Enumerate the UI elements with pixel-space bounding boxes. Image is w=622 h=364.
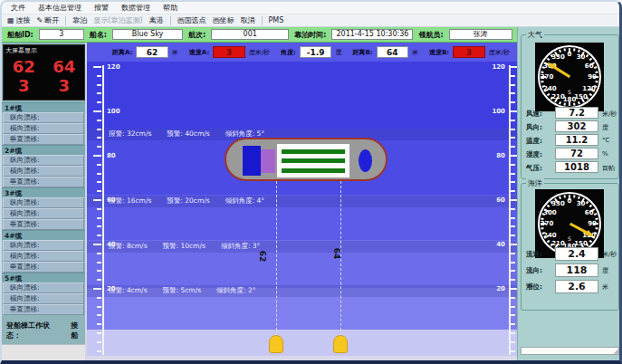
- right-axis: [509, 65, 511, 355]
- axis-tick-label: 20: [483, 285, 505, 292]
- connect-icon: ▦: [7, 17, 14, 24]
- axis-minor-tick: [97, 208, 101, 210]
- env-value: 72: [555, 148, 598, 159]
- info-field[interactable]: 张涛: [449, 29, 512, 40]
- menu-item[interactable]: 文件: [11, 3, 25, 13]
- axis-minor-tick: [97, 137, 101, 139]
- metric-unit: 米: [172, 48, 178, 57]
- tilt-threshold: 倾斜角度: 2°: [216, 286, 255, 295]
- axis-minor-tick: [97, 190, 101, 192]
- gauge-number: 330: [551, 53, 565, 61]
- cable-drift-row: 垂直漂移:: [3, 134, 84, 145]
- gauge-number: 270: [541, 220, 554, 227]
- toolbar-separator: [262, 16, 263, 25]
- cable-drift-row: 纵向漂移:: [3, 283, 84, 293]
- axis-tick-label: 100: [107, 108, 120, 115]
- tool-button[interactable]: 取消: [241, 15, 255, 25]
- env-value: 2.4: [555, 247, 598, 261]
- axis-minor-tick: [511, 181, 515, 183]
- gauge-south-label: S: [568, 89, 571, 95]
- left-column: 船舶ID:3船名:Blue Sky航次:001靠泊时间:2011-4-15 10…: [2, 27, 517, 362]
- axis-minor-tick: [97, 120, 101, 121]
- display-value: 64: [53, 57, 75, 76]
- mooring-distance-label: 62: [258, 251, 267, 263]
- env-value: 7.2: [555, 107, 598, 119]
- ocean-group: 海洋 0306090120150180210240270300330S 流速:2…: [521, 183, 619, 311]
- atmosphere-group: 大气 0306090120150180210240270300330S 风速:7…: [521, 34, 619, 179]
- axis-minor-tick: [511, 306, 515, 308]
- display-panel-title: 大屏幕显示: [4, 45, 84, 55]
- deck-stripe: [282, 158, 345, 163]
- tool-button[interactable]: ▦连接: [7, 15, 31, 25]
- tilt-threshold: 倾斜角度: 3°: [221, 242, 260, 251]
- tool-button-label: PMS: [269, 16, 284, 24]
- metric-unit: 厘米/秒: [249, 48, 270, 57]
- axis-tick-label: 80: [107, 152, 116, 159]
- env-label: 湿度:: [526, 150, 542, 159]
- env-unit: %: [602, 150, 608, 158]
- gangway-status: 登船梯工作状态： 接船: [2, 321, 85, 340]
- axis-minor-tick: [97, 350, 101, 352]
- env-label: 风向:: [526, 123, 542, 132]
- gauge-number: 0: [568, 197, 572, 205]
- alarm-threshold: 报警: 32cm/s: [109, 129, 151, 139]
- metric-label: 角度:: [281, 48, 296, 57]
- tool-button[interactable]: 离港: [149, 15, 164, 25]
- info-field[interactable]: Blue Sky: [112, 29, 183, 40]
- tool-button[interactable]: 靠泊: [72, 15, 87, 25]
- big-screen-display: 大屏幕显示 626433: [3, 44, 85, 101]
- axis-major-tick: [511, 155, 517, 157]
- cable-section-header: 4#缆: [2, 230, 85, 240]
- cable-drift-row: 垂直漂移:: [3, 219, 84, 230]
- info-label: 靠泊时间:: [294, 30, 326, 40]
- gauge-number: 60: [585, 209, 594, 216]
- tool-button[interactable]: PMS: [269, 16, 284, 24]
- axis-major-tick: [93, 110, 101, 112]
- axis-minor-tick: [97, 279, 101, 281]
- status-bar: ◢: [521, 347, 619, 355]
- speed-band: [87, 62, 517, 129]
- axis-minor-tick: [511, 225, 515, 227]
- chart-column: 距离A:62米速度A:3厘米/秒角度:-1.9度距离B:64米速度B:3厘米/秒: [87, 43, 517, 361]
- band-thresholds: 报警: 16cm/s预警: 20cm/s倾斜角度: 4°: [109, 196, 264, 206]
- display-values: 626433: [4, 57, 84, 95]
- left-axis: [102, 65, 104, 355]
- env-unit: 度: [602, 123, 608, 132]
- ship-info-bar: 船舶ID:3船名:Blue Sky航次:001靠泊时间:2011-4-15 10…: [2, 27, 517, 43]
- mooring-distance-label: 64: [332, 248, 341, 260]
- metric-value-alarm: 3: [213, 46, 245, 58]
- tool-button-label: 画坐标: [213, 15, 234, 25]
- info-field[interactable]: 3: [39, 29, 84, 40]
- axis-minor-tick: [97, 306, 101, 308]
- menu-item[interactable]: 数据管理: [121, 3, 150, 13]
- tool-button-label: 断开: [44, 15, 59, 25]
- mooring-line: [340, 181, 341, 344]
- info-field[interactable]: 001: [211, 29, 289, 40]
- metric-value-alarm: 3: [453, 46, 485, 58]
- env-unit: 度: [602, 266, 608, 275]
- axis-major-tick: [93, 288, 101, 290]
- axis-minor-tick: [511, 332, 515, 334]
- tool-button[interactable]: ✎断开: [37, 15, 60, 25]
- gauge-number: 90: [588, 73, 597, 81]
- resize-grip[interactable]: ◢: [614, 349, 618, 355]
- gauge-number: 60: [585, 62, 594, 70]
- menu-item[interactable]: 基本信息管理: [38, 3, 81, 13]
- ship-superstructure: [243, 146, 261, 176]
- tool-button[interactable]: 画坐标: [213, 15, 234, 25]
- cable-drift-row: 横向漂移:: [3, 208, 84, 219]
- axis-tick-label: 80: [483, 152, 505, 159]
- deck-stripe: [282, 168, 345, 173]
- menu-item[interactable]: 报警: [94, 3, 109, 13]
- env-unit: 米/秒: [602, 250, 617, 259]
- metric-value: -1.9: [300, 46, 332, 58]
- monitor-body: 大屏幕显示 626433 1#缆纵向漂移:横向漂移:垂直漂移:2#缆纵向漂移:横…: [2, 43, 517, 361]
- info-field[interactable]: 2011-4-15 10:30:36: [331, 29, 413, 40]
- axis-minor-tick: [511, 120, 515, 121]
- menu-item[interactable]: 帮助: [163, 3, 177, 13]
- axis-tick-label: 20: [107, 285, 116, 292]
- tool-button[interactable]: 画面选点: [177, 15, 206, 25]
- cable-drift-row: 横向漂移:: [3, 293, 84, 304]
- wind-direction-gauge: 0306090120150180210240270300330S: [535, 43, 604, 111]
- deck-stripe: [282, 149, 345, 154]
